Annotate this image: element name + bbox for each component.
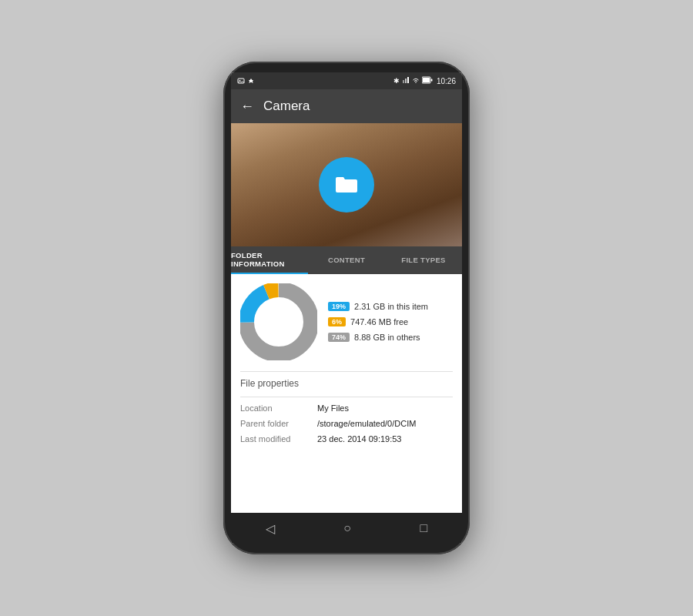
svg-rect-6 <box>430 79 432 82</box>
folder-icon-circle <box>319 157 374 213</box>
svg-rect-3 <box>405 79 407 83</box>
wifi-icon <box>412 76 420 85</box>
legend-text-3: 8.88 GB in others <box>354 333 420 342</box>
time-display: 10:26 <box>437 77 456 85</box>
label-location: Location <box>240 403 310 413</box>
chart-section: 19% 2.31 GB in this item 6% 747.46 MB fr… <box>240 283 453 360</box>
divider-1 <box>240 371 453 372</box>
tab-bar: FOLDER INFORMATION CONTENT FILE TYPES <box>231 246 462 274</box>
property-last-modified: Last modified 23 dec. 2014 09:19:53 <box>240 434 453 444</box>
phone-signal-icon <box>402 76 410 85</box>
notification-icon <box>247 77 255 85</box>
nav-home-button[interactable]: ○ <box>333 517 362 540</box>
top-bar: ← Camera <box>231 89 462 123</box>
value-last-modified: 23 dec. 2014 09:19:53 <box>317 434 453 444</box>
badge-6: 6% <box>328 317 346 326</box>
donut-chart <box>240 283 317 360</box>
battery-icon <box>422 76 433 85</box>
status-left-icons <box>237 77 255 85</box>
phone-device: ✱ <box>223 62 470 554</box>
image-icon <box>237 77 245 85</box>
legend-text-1: 2.31 GB in this item <box>354 302 428 311</box>
label-parent-folder: Parent folder <box>240 419 310 428</box>
property-location: Location My Files <box>240 403 453 413</box>
badge-19: 19% <box>328 302 350 311</box>
value-location: My Files <box>317 403 453 413</box>
tab-content[interactable]: CONTENT <box>308 246 385 274</box>
file-properties-title: File properties <box>240 378 453 389</box>
value-parent-folder: /storage/emulated/0/DCIM <box>317 419 453 428</box>
back-button[interactable]: ← <box>240 99 254 115</box>
svg-rect-2 <box>403 80 404 83</box>
svg-rect-7 <box>423 78 430 82</box>
chart-legend: 19% 2.31 GB in this item 6% 747.46 MB fr… <box>328 302 453 342</box>
content-area: 19% 2.31 GB in this item 6% 747.46 MB fr… <box>231 274 462 513</box>
legend-text-2: 747.46 MB free <box>350 317 408 326</box>
svg-rect-4 <box>407 77 409 83</box>
legend-item-3: 74% 8.88 GB in others <box>328 333 453 342</box>
label-last-modified: Last modified <box>240 434 310 444</box>
nav-recent-button[interactable]: □ <box>410 517 439 540</box>
divider-2 <box>240 397 453 397</box>
status-right-area: ✱ <box>393 76 456 85</box>
tab-folder-information[interactable]: FOLDER INFORMATION <box>231 246 308 274</box>
legend-item-2: 6% 747.46 MB free <box>328 317 453 326</box>
top-bar-title: Camera <box>263 99 310 114</box>
nav-back-button[interactable]: ◁ <box>255 517 286 541</box>
bluetooth-icon: ✱ <box>393 77 400 85</box>
hero-image-area <box>231 123 462 246</box>
legend-item-1: 19% 2.31 GB in this item <box>328 302 453 311</box>
bottom-navigation: ◁ ○ □ <box>231 513 462 544</box>
tab-file-types[interactable]: FILE TYPES <box>385 246 462 274</box>
status-bar: ✱ <box>231 72 462 89</box>
folder-icon <box>333 171 360 199</box>
property-parent-folder: Parent folder /storage/emulated/0/DCIM <box>240 419 453 428</box>
svg-point-11 <box>262 305 296 339</box>
badge-74: 74% <box>328 333 350 342</box>
phone-screen: ✱ <box>231 72 462 544</box>
